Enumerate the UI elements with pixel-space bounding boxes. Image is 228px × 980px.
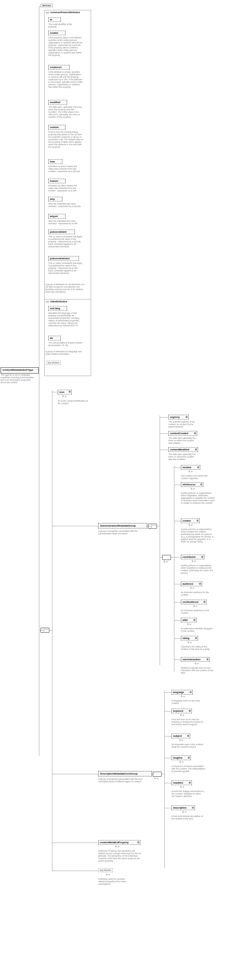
card: 0..∞ — [180, 786, 184, 788]
expand-icon: ⊞ — [193, 619, 196, 622]
c — [52, 526, 98, 526]
grp1-desc: A group of attributes for all elements o… — [45, 283, 86, 293]
elem-contributor: contributor⊞ — [181, 555, 204, 559]
elem-keyword: keyword⊞ — [171, 709, 192, 713]
c — [160, 433, 168, 434]
card: 0..∞ — [187, 623, 191, 625]
d: A brief and snappy introduction to the c… — [171, 790, 204, 798]
c — [165, 692, 171, 693]
elem-audience: audience⊞ — [181, 582, 202, 586]
card: 0..∞ — [189, 470, 193, 473]
any-other-elem: any ##other — [98, 868, 113, 872]
expand-icon: ⊞ — [203, 601, 206, 603]
attr-modified: modified — [48, 100, 67, 105]
expand-icon: ⊞ — [192, 807, 194, 809]
d: A party (person or organisation) which m… — [181, 564, 214, 574]
admin-v — [160, 415, 160, 665]
elem-infosource: infoSource⊞ — [181, 482, 203, 487]
c — [146, 526, 148, 526]
expand-icon: ⊞ — [206, 658, 209, 661]
elem-description: description⊞ — [171, 805, 195, 810]
d: The local identifier of the property. — [48, 23, 81, 28]
d: Free-text term to be used for indexing o… — [171, 718, 204, 726]
d: One or many constraints that apply to pu… — [48, 262, 83, 275]
d: Extension point for provider-defined pro… — [98, 878, 133, 885]
expand-icon: ⊞ — [189, 710, 191, 712]
expand-icon: ⊞ — [185, 416, 188, 418]
desccore-name: DescriptiveMetadataCoreGroup — [100, 772, 138, 775]
admin-name: AdministrativeMetadataGroup — [100, 524, 136, 527]
elem-slugline: slugline⊞ — [171, 756, 191, 760]
grp-desccore: DescriptiveMetadataCoreGroup — [98, 771, 152, 776]
elem-altid: altId⊞ — [181, 618, 196, 622]
any-other-attr: any ##other — [46, 361, 61, 365]
card: 0..∞ — [182, 811, 187, 813]
d: The date (and optionally the time) on wh… — [168, 453, 198, 461]
expand-icon: ⊞ — [196, 519, 199, 522]
d: The location from which the content orig… — [181, 475, 212, 480]
d: Why the metadata has been included - exp… — [48, 220, 83, 225]
c — [52, 843, 98, 843]
expand-icon: ⊞ — [194, 432, 196, 435]
card: 0..∞ — [190, 587, 194, 589]
elem-rating: rating⊞ — [181, 636, 198, 641]
expand-icon: ⊞ — [195, 448, 197, 451]
attr-creator: creator — [48, 30, 65, 35]
d: Extension Property: the semantics are de… — [98, 850, 142, 862]
d: An alternative identifier assigned to th… — [181, 627, 214, 632]
expand-icon: ⊞ — [188, 756, 190, 759]
d: A free-form textual description of the c… — [171, 815, 204, 820]
d: Why the metadata has been included - exp… — [48, 203, 83, 208]
card: 0..∞ — [189, 524, 193, 526]
d: Indicates by which means the value was e… — [48, 185, 83, 192]
c — [52, 392, 58, 392]
expand-icon: ⊞ — [137, 841, 139, 844]
d: A language used by the news content — [171, 700, 204, 705]
d: An excluded audience for the content. — [181, 609, 214, 614]
main-sequence — [41, 628, 49, 633]
elem-exclaudience: exclAudience⊞ — [181, 600, 206, 604]
card: 0..∞ — [116, 845, 119, 848]
elem-userinteraction: userInteraction⊞ — [181, 657, 210, 662]
grp-name: i18nAttributes — [50, 300, 67, 303]
elem-creator-admin: creator⊞ — [181, 519, 200, 523]
connector — [36, 370, 39, 370]
attr-howuri: howuri — [48, 179, 65, 183]
root-title: ContentMetadataAcDType — [3, 369, 33, 371]
elem-icon: icon ⊞ — [58, 390, 72, 395]
d: The editorial urgency of the content, as… — [168, 421, 198, 428]
c — [174, 557, 181, 557]
c — [174, 620, 181, 620]
card: 0..∞ — [179, 739, 184, 741]
c — [160, 450, 168, 450]
attr-xmllang: xml:lang — [48, 306, 67, 311]
c — [165, 711, 171, 711]
elem-urgency: urgency⊞ — [168, 415, 189, 419]
desccore-desc: A group of properties associated with th… — [98, 778, 147, 783]
card: 0..∞ — [62, 395, 66, 397]
grp-admin: AdministrativeMetadataGroup — [98, 523, 147, 528]
card: 0..∞ — [192, 560, 196, 562]
d: A party (person or organisation) which c… — [181, 528, 215, 543]
attr-pubconstraint: pubconstraint — [48, 229, 75, 234]
c — [39, 6, 41, 6]
d: Expresses the rating of the content of t… — [181, 646, 214, 651]
c — [160, 417, 168, 418]
admin-desc: A group of properties associated with th… — [98, 530, 144, 535]
c — [171, 557, 174, 557]
c — [52, 871, 98, 871]
attr-pubconstrainturi: pubconstrainturi — [48, 256, 79, 261]
d: An iconic visual identification of the c… — [58, 400, 89, 405]
desc-choice — [153, 772, 162, 777]
c — [174, 638, 181, 639]
c — [150, 774, 153, 774]
attr-why: why — [48, 197, 62, 201]
grp-label: grp: — [46, 301, 50, 302]
card: 0..∞ — [180, 761, 184, 763]
c — [174, 602, 181, 603]
c — [157, 526, 160, 526]
c — [160, 557, 162, 557]
elem-contentmetaext: contentMetaExtProperty⊞ — [98, 840, 140, 845]
card: 0..∞ — [106, 873, 110, 876]
attr-creatoruri: creatoruri — [48, 65, 70, 70]
